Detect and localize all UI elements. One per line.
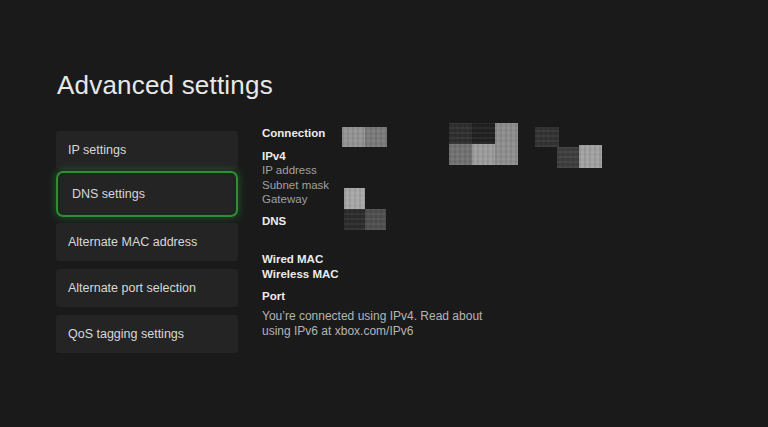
wired-mac-label: Wired MAC: [262, 253, 323, 265]
gateway-label: Gateway: [262, 193, 307, 205]
sidebar-item-qos-tagging-settings[interactable]: QoS tagging settings: [56, 315, 238, 353]
sidebar-item-alternate-mac-address[interactable]: Alternate MAC address: [56, 223, 238, 261]
redacted-value-block: [579, 145, 602, 168]
ipv6-info-note: You’re connected using IPv4. Read about …: [262, 309, 494, 339]
settings-sidebar: IP settings DNS settings Alternate MAC a…: [56, 131, 238, 361]
sidebar-item-dns-settings-focus-ring[interactable]: DNS settings: [56, 171, 238, 217]
redacted-value-block: [449, 123, 472, 144]
redacted-gateway-value-block: [344, 188, 365, 209]
sidebar-item-alternate-port-selection[interactable]: Alternate port selection: [56, 269, 238, 307]
page-title: Advanced settings: [57, 70, 273, 101]
sidebar-item-dns-settings[interactable]: DNS settings: [60, 175, 234, 213]
connection-label: Connection: [262, 127, 325, 139]
ipv4-label: IPv4: [262, 150, 286, 162]
redacted-value-block: [472, 144, 495, 165]
sidebar-item-label: Alternate MAC address: [68, 235, 197, 249]
redacted-connection-value-block: [365, 127, 387, 147]
redacted-value-block: [449, 144, 472, 165]
redacted-connection-value-block: [342, 127, 365, 147]
redacted-dns-value-block: [344, 209, 365, 230]
sidebar-item-label: Alternate port selection: [68, 281, 196, 295]
port-label: Port: [262, 290, 285, 302]
redacted-value-block: [535, 127, 559, 147]
ip-address-label: IP address: [262, 164, 317, 176]
redacted-value-block: [495, 144, 518, 165]
redacted-dns-value-block: [365, 209, 386, 230]
xbox-network-advanced-settings-screen: { "page": { "title": "Advanced settings"…: [0, 0, 768, 427]
sidebar-item-label: IP settings: [68, 143, 126, 157]
redacted-value-block: [495, 123, 518, 144]
dns-label: DNS: [262, 215, 286, 227]
sidebar-item-label: DNS settings: [72, 187, 145, 201]
sidebar-item-ip-settings[interactable]: IP settings: [56, 131, 238, 169]
redacted-value-block: [472, 123, 495, 144]
redacted-value-block: [557, 147, 579, 168]
subnet-mask-label: Subnet mask: [262, 179, 329, 191]
sidebar-item-label: QoS tagging settings: [68, 327, 184, 341]
wireless-mac-label: Wireless MAC: [262, 268, 339, 280]
